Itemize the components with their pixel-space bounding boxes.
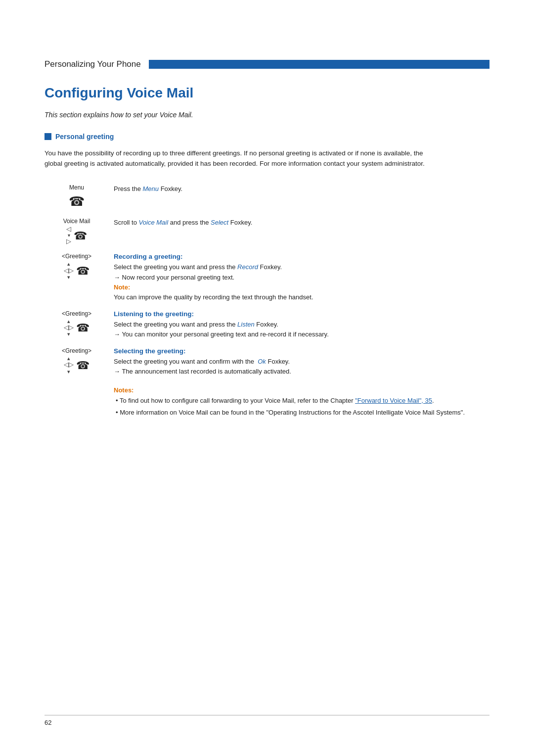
step-icon-col: Menu ☎ [44, 181, 109, 215]
step-icon-col-greeting2: <Greeting> ▴ ◁▷ ▾ ☎ [44, 307, 109, 344]
page-title: Configuring Voice Mail [44, 85, 490, 101]
icon-label-greeting1: <Greeting> [49, 253, 104, 260]
arrow-lr-g1: ◁▷ [64, 267, 74, 274]
greeting1-icon-group: ▴ ◁▷ ▾ ☎ [49, 261, 104, 280]
step-icon-col-voicemail: Voice Mail ◁ ▾ ▷ ☎ [44, 215, 109, 250]
table-row: <Greeting> ▴ ◁▷ ▾ ☎ Selecting the greeti… [44, 344, 490, 381]
notes-section: Notes: To find out how to configure call… [44, 386, 490, 418]
step-action-text-voicemail: Scroll to Voice Mail and press the Selec… [114, 218, 485, 228]
svg-text:☎: ☎ [76, 359, 89, 372]
notes-list: To find out how to configure call forwar… [114, 396, 490, 418]
icon-label-voicemail: Voice Mail [49, 218, 104, 225]
nav-arrows-greeting1: ▴ ◁▷ ▾ [64, 261, 74, 280]
section-header: Personalizing Your Phone [44, 59, 490, 69]
section-header-bar [149, 60, 490, 69]
arrow-lr-g3: ◁▷ [64, 361, 74, 368]
step-title-selecting: Selecting the greeting: [114, 347, 485, 355]
table-row: Menu ☎ Press the Menu Foxkey. [44, 181, 490, 215]
voicemail-label: Voice Mail [139, 219, 168, 226]
step-title-listening: Listening to the greeting: [114, 310, 485, 318]
arrow-dn-g1: ▾ [67, 274, 70, 280]
icon-label-greeting3: <Greeting> [49, 347, 104, 354]
arrow-result-record: → Now record your personal greeting text… [114, 274, 234, 281]
step-content-greeting1: Recording a greeting: Select the greetin… [109, 250, 490, 307]
step-content-listening: Listening to the greeting: Select the gr… [109, 307, 490, 344]
notes-label: Notes: [114, 386, 134, 394]
arrow-dn-g2: ▾ [67, 331, 70, 337]
step-icon-col-greeting3: <Greeting> ▴ ◁▷ ▾ ☎ [44, 344, 109, 381]
icon-label-menu: Menu [49, 184, 104, 191]
menu-phone-icon: ☎ [49, 192, 104, 210]
intro-text: This section explains how to set your Vo… [44, 111, 490, 119]
step-content-voicemail: Scroll to Voice Mail and press the Selec… [109, 215, 490, 250]
greeting2-phone-svg: ☎ [76, 321, 89, 334]
step-action-text-listening: Select the greeting you want and press t… [114, 320, 485, 339]
page-footer: 62 [44, 715, 490, 726]
svg-text:☎: ☎ [74, 230, 87, 242]
personal-greeting-body: You have the possibility of recording up… [44, 148, 430, 169]
arrow-down: ▷ [66, 238, 71, 245]
icon-label-greeting2: <Greeting> [49, 310, 104, 317]
nav-arrows-greeting3: ▴ ◁▷ ▾ [64, 355, 74, 374]
table-row: <Greeting> ▴ ◁▷ ▾ ☎ Recording a greeting… [44, 250, 490, 307]
note-label-record: Note: [114, 284, 130, 291]
section-header-text: Personalizing Your Phone [44, 59, 141, 69]
steps-table: Menu ☎ Press the Menu Foxkey. [44, 181, 490, 382]
subsection-heading: Personal greeting [44, 133, 490, 141]
forward-voicemail-link[interactable]: "Forward to Voice Mail", 35 [355, 397, 432, 404]
arrow-result-select: → The announcement last recorded is auto… [114, 368, 291, 375]
greeting2-icon-group: ▴ ◁▷ ▾ ☎ [49, 318, 104, 337]
svg-text:☎: ☎ [76, 322, 89, 334]
menu-foxkey-label: Menu [143, 185, 159, 192]
ok-foxkey-label: Ok [258, 358, 266, 365]
voicemail-icon-group: ◁ ▾ ▷ ☎ [49, 226, 104, 245]
step-title-recording: Recording a greeting: [114, 253, 485, 260]
record-foxkey-label: Record [237, 263, 258, 271]
arrow-dn-g3: ▾ [67, 369, 70, 375]
greeting3-icon-group: ▴ ◁▷ ▾ ☎ [49, 355, 104, 374]
arrow-result-listen: → You can monitor your personal greeting… [114, 331, 329, 338]
select-foxkey-label: Select [211, 219, 228, 226]
table-row: <Greeting> ▴ ◁▷ ▾ ☎ Listening to the gre… [44, 307, 490, 344]
page-number: 62 [44, 719, 51, 726]
step-action-text-recording: Select the greeting you want and press t… [114, 262, 485, 302]
menu-icon-svg: ☎ [68, 192, 86, 210]
arrow-lr-g2: ◁▷ [64, 324, 74, 331]
list-item: To find out how to configure call forwar… [116, 396, 490, 406]
listen-foxkey-label: Listen [237, 321, 255, 328]
list-item: More information on Voice Mail can be fo… [116, 408, 490, 418]
arrow-up: ◁ [66, 226, 71, 233]
nav-arrows-voicemail: ◁ ▾ ▷ [66, 226, 71, 245]
subsection-title: Personal greeting [55, 133, 114, 141]
step-icon-col-greeting1: <Greeting> ▴ ◁▷ ▾ ☎ [44, 250, 109, 307]
svg-text:☎: ☎ [76, 265, 89, 277]
greeting1-phone-svg: ☎ [76, 264, 89, 278]
subsection-square-icon [44, 133, 51, 140]
step-action-text-menu: Press the Menu Foxkey. [114, 184, 485, 194]
greeting3-phone-svg: ☎ [76, 358, 89, 372]
svg-text:☎: ☎ [69, 194, 85, 209]
step-action-text-selecting: Select the greeting you want and confirm… [114, 357, 485, 377]
voicemail-phone-svg: ☎ [73, 229, 87, 242]
step-content-selecting: Selecting the greeting: Select the greet… [109, 344, 490, 381]
step-content-menu: Press the Menu Foxkey. [109, 181, 490, 215]
table-row: Voice Mail ◁ ▾ ▷ ☎ Scroll to [44, 215, 490, 250]
arrow-up-g1: ▴ [67, 261, 70, 267]
nav-arrows-greeting2: ▴ ◁▷ ▾ [64, 318, 74, 337]
note-text-record: You can improve the quality by recording… [114, 293, 313, 301]
